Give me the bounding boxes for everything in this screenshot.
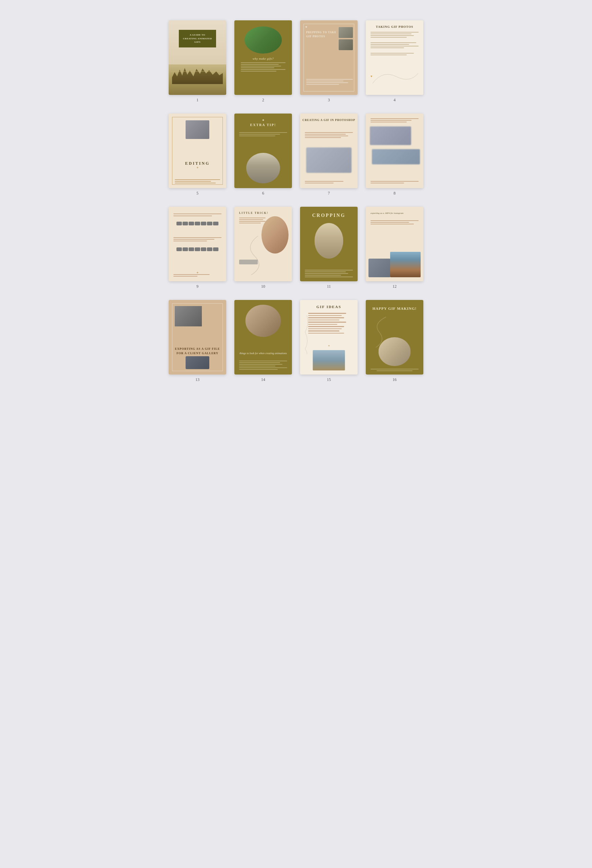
slide-4[interactable]: TAKING GIF PHOTOS ♥: [366, 20, 423, 95]
slide-5-title: EDITING: [169, 161, 226, 166]
slide-number-14: 14: [261, 377, 265, 382]
slide-3-photos: [339, 27, 353, 50]
slide-8-screen-bottom: [372, 149, 420, 164]
slide-number-7: 7: [328, 191, 330, 196]
slide-number-4: 4: [393, 97, 396, 103]
slide-number-6: 6: [262, 191, 264, 196]
slide-13[interactable]: EXPORTING AS A GIF FILE FOR A CLIENT GAL…: [169, 300, 226, 375]
slide-8-top-lines: [371, 118, 418, 123]
slide-5-photo: [186, 120, 209, 139]
slide-9-star: ✦: [196, 271, 199, 275]
slide-7[interactable]: CREATING A GIF IN PHOTOSHOP: [300, 114, 358, 188]
slide-wrapper-11: CROPPING 11: [300, 207, 358, 289]
slide-7-bottom-lines: [305, 181, 353, 183]
slide-number-12: 12: [393, 284, 396, 289]
slide-15-list: [308, 313, 353, 334]
slide-2-palm-image: [244, 27, 282, 53]
slide-16-oval-image: [378, 337, 411, 366]
slide-9-mid-lines: [174, 237, 221, 241]
slide-wrapper-4: TAKING GIF PHOTOS ♥: [366, 20, 423, 103]
slide-16[interactable]: HAPPY GIF MAKING!: [366, 300, 423, 375]
slide-8-bottom-lines: [371, 181, 418, 183]
slide-number-5: 5: [196, 191, 199, 196]
slide-2-body: [241, 62, 285, 71]
slide-number-2: 2: [262, 97, 264, 103]
slide-wrapper-8: 8: [366, 114, 423, 196]
slide-7-body-lines: [305, 132, 353, 138]
slide-number-9: 9: [196, 284, 199, 289]
slide-16-body: [371, 369, 418, 371]
slide-wrapper-7: CREATING A GIF IN PHOTOSHOP 7: [300, 114, 358, 196]
slide-3-title: PREPPING TO TAKE GIF PHOTOS: [306, 31, 337, 38]
slide-number-8: 8: [393, 191, 396, 196]
slide-9-keyboard-2: [174, 247, 221, 251]
slide-9[interactable]: ✦: [169, 207, 226, 281]
slide-11-body: [305, 270, 353, 277]
slide-5-lines: [175, 179, 220, 183]
slide-12-screen-mock: [368, 258, 390, 277]
slide-wrapper-3: PREPPING TO TAKE GIF PHOTOS ✦ 3: [300, 20, 358, 103]
slide-7-screen-mock: [306, 148, 352, 173]
slide-10-curve: [238, 233, 265, 278]
slide-5-star: ✦: [196, 166, 199, 170]
slide-13-screen: [186, 356, 209, 369]
slide-12-title: exporting as a .MP4 for instagram: [371, 211, 404, 215]
slide-15-bottom-photo: [313, 350, 345, 371]
slide-10-title: LITTLE TRICK!: [239, 211, 269, 214]
slide-12-top-lines: [371, 220, 418, 224]
slide-wrapper-16: HAPPY GIF MAKING! 16: [366, 300, 423, 382]
slide-10[interactable]: LITTLE TRICK!: [234, 207, 292, 281]
slide-13-top-photo: [175, 306, 202, 326]
slide-6-lines: [239, 132, 287, 136]
slide-11[interactable]: CROPPING: [300, 207, 358, 281]
slide-14-body: [239, 361, 287, 370]
slide-wrapper-10: LITTLE TRICK! 10: [234, 207, 292, 289]
slide-13-title: EXPORTING AS A GIF FILE FOR A CLIENT GAL…: [174, 347, 221, 356]
slide-14[interactable]: things to look for when creating animati…: [234, 300, 292, 375]
slide-10-oval-flowers: [261, 216, 289, 254]
slide-6-oval-image: [246, 153, 280, 183]
slide-2-subtitle: why make gifs?: [253, 57, 274, 61]
slide-4-lines: [371, 32, 418, 55]
slide-4-title: TAKING GIF PHOTOS: [366, 25, 423, 28]
slide-15[interactable]: GIF IDEAS ✦: [300, 300, 358, 375]
slide-grid: A GUIDE TO CREATING ANIMATED GIFS 1 why …: [169, 20, 423, 382]
slide-wrapper-5: EDITING ✦ 5: [169, 114, 226, 196]
slide-11-oval-image: [315, 223, 343, 258]
slide-6-title: EXTRA TIP!: [234, 123, 292, 127]
slide-number-3: 3: [328, 97, 330, 103]
slide-8[interactable]: [366, 114, 423, 188]
slide-number-13: 13: [196, 377, 199, 382]
slide-wrapper-2: why make gifs? 2: [234, 20, 292, 103]
slide-6[interactable]: ✦ EXTRA TIP!: [234, 114, 292, 188]
slide-15-star: ✦: [328, 344, 330, 347]
slide-1[interactable]: A GUIDE TO CREATING ANIMATED GIFS: [169, 20, 226, 95]
slide-2[interactable]: why make gifs?: [234, 20, 292, 95]
slide-3-lines: [306, 79, 353, 85]
slide-16-title: HAPPY GIF MAKING!: [371, 306, 418, 311]
slide-wrapper-1: A GUIDE TO CREATING ANIMATED GIFS 1: [169, 20, 226, 103]
slide-12[interactable]: exporting as a .MP4 for instagram: [366, 207, 423, 281]
slide-wrapper-14: things to look for when creating animati…: [234, 300, 292, 382]
slide-9-bottom-lines: [174, 274, 221, 276]
slide-3-star: ✦: [305, 25, 308, 29]
slide-number-11: 11: [327, 284, 331, 289]
slide-9-top-lines: [174, 214, 221, 216]
slide-14-subtitle: things to look for when creating animati…: [239, 351, 287, 356]
slide-15-title: GIF IDEAS: [300, 305, 358, 309]
slide-number-15: 15: [327, 377, 331, 382]
slide-4-curve: [369, 66, 420, 88]
slide-8-screen-top: [370, 126, 411, 145]
slide-wrapper-6: ✦ EXTRA TIP! 6: [234, 114, 292, 196]
slide-3[interactable]: PREPPING TO TAKE GIF PHOTOS ✦: [300, 20, 358, 95]
slide-number-1: 1: [196, 97, 199, 103]
slide-7-title: CREATING A GIF IN PHOTOSHOP: [300, 118, 358, 123]
slide-wrapper-9: ✦ 9: [169, 207, 226, 289]
slide-9-keyboard-1: [174, 221, 221, 227]
slide-wrapper-12: exporting as a .MP4 for instagram 12: [366, 207, 423, 289]
slide-10-button: [239, 260, 258, 264]
slide-number-16: 16: [393, 377, 396, 382]
slide-5[interactable]: EDITING ✦: [169, 114, 226, 188]
slide-11-title: CROPPING: [300, 213, 358, 218]
slide-wrapper-13: EXPORTING AS A GIF FILE FOR A CLIENT GAL…: [169, 300, 226, 382]
